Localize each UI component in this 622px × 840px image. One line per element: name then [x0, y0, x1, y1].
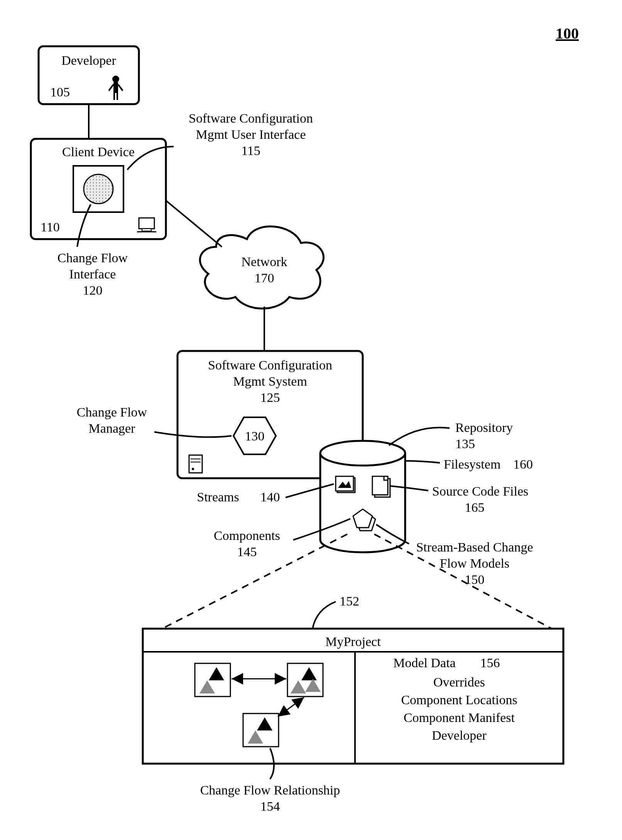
server-icon [189, 455, 202, 473]
svg-point-19 [320, 441, 405, 466]
node-a [195, 663, 230, 697]
scf-num: 165 [465, 500, 485, 514]
repository-num: 135 [455, 437, 475, 451]
node-b [287, 663, 323, 697]
scm-system-num: 125 [260, 390, 280, 405]
myproject-label: MyProject [325, 634, 381, 649]
network-label: Network [242, 255, 287, 269]
connector-client-network [166, 201, 222, 247]
md-item-0: Overrides [433, 675, 485, 689]
svg-point-8 [84, 174, 113, 204]
files-icon [372, 476, 390, 497]
model-data-label: Model Data [393, 656, 455, 670]
filesystem-num: 160 [513, 457, 533, 471]
myproject-callout [313, 602, 336, 629]
scm-ui-label2: Mgmt User Interface [196, 127, 306, 142]
repository-callout [389, 427, 450, 445]
myproject-num-group: 152 [313, 594, 359, 629]
cfm-num: 130 [245, 429, 265, 443]
cfi-num: 120 [83, 283, 103, 297]
sbcfm-num: 150 [465, 572, 485, 587]
sbcfm-label2: Flow Models [440, 556, 509, 570]
scm-ui-num: 115 [241, 143, 260, 158]
network-num: 170 [255, 271, 274, 285]
components-label: Components [214, 528, 280, 543]
node-c [243, 713, 279, 747]
repository-label: Repository [455, 420, 513, 435]
scm-system-label2: Mgmt System [233, 374, 307, 388]
svg-rect-21 [336, 476, 353, 491]
sbcfm-label1: Stream-Based Change [416, 540, 533, 554]
svg-point-18 [192, 468, 194, 470]
cfr-label: Change Flow Relationship [200, 783, 340, 797]
svg-rect-24 [372, 476, 388, 495]
developer-box: Developer 105 [39, 46, 139, 104]
filesystem-label: Filesystem [444, 457, 500, 471]
svg-rect-15 [189, 455, 202, 473]
source-code-files-label-group: Source Code Files 165 [390, 484, 528, 514]
repository-label-group: Repository 135 [389, 420, 513, 451]
md-item-1: Component Locations [401, 693, 517, 707]
filesystem-label-group: Filesystem 160 [405, 457, 533, 471]
cfm-label2: Manager [89, 421, 136, 435]
scf-label: Source Code Files [432, 484, 528, 498]
cfi-label1: Change Flow [57, 251, 128, 265]
scm-system-label1: Software Configuration [208, 358, 332, 372]
figure-number: 100 [556, 25, 579, 42]
filesystem-callout [405, 461, 440, 463]
myproject-num: 152 [340, 594, 359, 608]
cfm-label1: Change Flow [77, 405, 147, 419]
network-cloud: Network 170 [200, 226, 323, 309]
svg-point-1 [112, 76, 119, 83]
developer-label: Developer [61, 53, 116, 67]
cfi-label2: Interface [69, 267, 116, 281]
client-device-label: Client Device [62, 145, 135, 159]
svg-rect-11 [142, 229, 151, 231]
cfr-num: 154 [260, 799, 280, 813]
svg-rect-9 [139, 218, 154, 229]
md-item-3: Developer [432, 728, 487, 742]
md-item-2: Component Manifest [404, 710, 515, 725]
svg-rect-2 [113, 82, 118, 93]
scm-ui-label1: Software Configuration [189, 111, 313, 125]
streams-label: Streams [197, 490, 239, 504]
developer-num: 105 [50, 85, 70, 99]
streams-icon [336, 476, 355, 493]
streams-num: 140 [260, 490, 280, 504]
components-num: 145 [237, 545, 257, 559]
client-device-num: 110 [41, 220, 60, 234]
myproject-box: MyProject Model Data 156 Overrides Compo… [143, 629, 563, 764]
model-data-num: 156 [480, 656, 500, 670]
streams-label-group: Streams 140 [197, 484, 334, 504]
